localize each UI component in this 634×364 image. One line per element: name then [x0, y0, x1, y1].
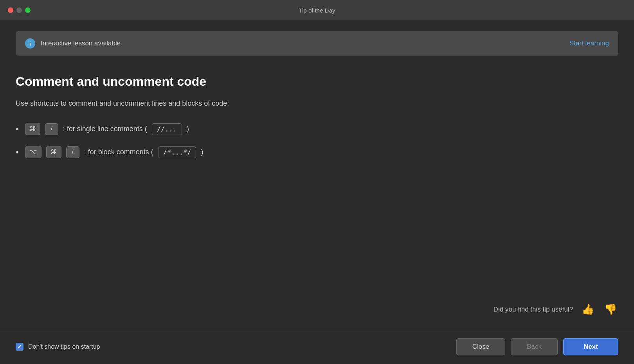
key-cmd-2: ⌘ [46, 146, 61, 158]
checkmark-icon: ✓ [17, 344, 22, 350]
thumbs-up-icon: 👍 [582, 303, 594, 315]
code-sample-1: //... [152, 123, 182, 135]
thumbs-down-icon: 👎 [604, 303, 617, 315]
feedback-question: Did you find this tip useful? [494, 306, 573, 314]
key-slash-1: / [45, 123, 58, 135]
shortcut-item-2: • ⌥ ⌘ / : for block comments ( /*...*/ ) [16, 146, 618, 158]
feedback-row: Did you find this tip useful? 👍 👎 [16, 302, 618, 317]
article-title: Comment and uncomment code [16, 74, 618, 89]
window-maximize-button[interactable] [25, 7, 31, 13]
bullet-2: • [16, 147, 19, 157]
shortcut-suffix-1: ) [187, 125, 189, 133]
next-button[interactable]: Next [563, 338, 618, 355]
article-description: Use shortcuts to comment and uncomment l… [16, 98, 618, 109]
info-banner: i Interactive lesson available Start lea… [16, 31, 618, 56]
key-slash-2: / [66, 146, 79, 158]
key-cmd-1: ⌘ [25, 123, 40, 135]
article: Comment and uncomment code Use shortcuts… [16, 74, 618, 286]
back-button[interactable]: Back [511, 338, 558, 355]
titlebar: Tip of the Day [0, 0, 634, 20]
close-button[interactable]: Close [456, 338, 505, 355]
info-banner-left: i Interactive lesson available [25, 38, 121, 49]
shortcut-suffix-2: ) [201, 148, 203, 156]
window-close-button[interactable] [8, 7, 13, 13]
shortcut-item-1: • ⌘ / : for single line comments ( //...… [16, 123, 618, 135]
bottom-buttons: Close Back Next [456, 338, 618, 355]
window-controls [8, 7, 31, 13]
key-opt: ⌥ [25, 146, 41, 158]
dont-show-row: ✓ Don't show tips on startup [16, 343, 100, 351]
main-content: i Interactive lesson available Start lea… [0, 20, 634, 329]
thumbs-up-button[interactable]: 👍 [580, 302, 596, 317]
shortcut-list: • ⌘ / : for single line comments ( //...… [16, 123, 618, 158]
info-icon: i [25, 38, 35, 49]
dont-show-checkbox[interactable]: ✓ [16, 343, 23, 351]
bullet-1: • [16, 124, 19, 134]
window-minimize-button[interactable] [16, 7, 22, 13]
bottom-bar: ✓ Don't show tips on startup Close Back … [0, 329, 634, 364]
window-title: Tip of the Day [299, 7, 335, 14]
dont-show-label: Don't show tips on startup [28, 343, 100, 350]
code-sample-2: /*...*/ [158, 146, 196, 158]
thumbs-down-button[interactable]: 👎 [603, 302, 618, 317]
shortcut-desc-1: : for single line comments ( [63, 125, 147, 133]
shortcut-desc-2: : for block comments ( [84, 148, 153, 156]
info-banner-text: Interactive lesson available [41, 40, 121, 47]
start-learning-link[interactable]: Start learning [569, 40, 609, 47]
